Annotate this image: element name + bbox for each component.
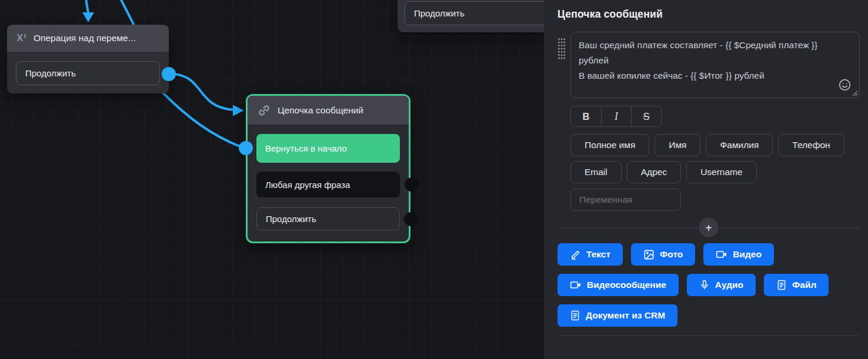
chain-any-phrase-button[interactable]: Любая другая фраза <box>256 172 400 197</box>
edge-incoming-diagonal <box>119 0 133 24</box>
side-panel: Цепочка сообщений Ваш средний платеж сос… <box>544 0 868 359</box>
video-camera-icon <box>716 249 727 260</box>
variable-search-input[interactable] <box>570 189 681 211</box>
node-message-chain-header[interactable]: Цепочка сообщений <box>248 96 409 125</box>
attach-video-message-button[interactable]: Видеосообщение <box>557 274 679 296</box>
flow-canvas[interactable]: Продолжить X¹ Операция над переме... Про… <box>0 0 544 359</box>
chain-any-phrase-label: Любая другая фраза <box>265 180 350 190</box>
attach-crm-document-button[interactable]: Документ из CRM <box>557 304 677 327</box>
edge-incoming-top <box>86 0 88 13</box>
operation-continue-label: Продолжить <box>25 68 76 78</box>
variable-chip-last-name[interactable]: Фамилия <box>706 134 773 156</box>
emoji-picker-button[interactable] <box>838 78 852 92</box>
video-message-icon <box>570 279 582 291</box>
chain-start-input-port[interactable] <box>239 141 253 155</box>
add-block-divider: + <box>557 218 860 237</box>
node-variable-operation[interactable]: X¹ Операция над переме... Продолжить <box>7 25 169 93</box>
attach-audio-label: Аудио <box>715 280 743 290</box>
variable-chip-address[interactable]: Адрес <box>627 161 681 183</box>
attach-crm-document-label: Документ из CRM <box>586 310 665 321</box>
bold-button[interactable]: B <box>571 106 601 126</box>
variable-chip-email[interactable]: Email <box>570 161 622 183</box>
edge-to-chain-start <box>163 93 241 147</box>
attach-photo-button[interactable]: Фото <box>631 243 695 266</box>
edge-continue-to-chain <box>174 74 234 110</box>
operation-continue-button[interactable]: Продолжить <box>16 61 160 85</box>
node-variable-operation-body: Продолжить <box>7 52 169 93</box>
attach-text-label: Текст <box>586 249 610 260</box>
pencil-icon <box>570 249 581 260</box>
chain-continue-label: Продолжить <box>266 214 316 224</box>
chain-continue-output-port[interactable] <box>404 212 418 226</box>
file-icon <box>776 280 787 290</box>
bottom-divider <box>557 335 860 336</box>
node-variable-operation-header[interactable]: X¹ Операция над переме... <box>7 25 169 52</box>
attach-video-message-label: Видеосообщение <box>587 280 666 290</box>
attach-text-button[interactable]: Текст <box>557 243 623 266</box>
resize-handle-icon[interactable] <box>852 90 858 96</box>
node-variable-operation-title: Операция над переме... <box>34 33 136 43</box>
panel-title: Цепочка сообщений <box>557 8 860 21</box>
any-phrase-output-port[interactable] <box>405 177 419 192</box>
arrowhead-right-icon <box>233 105 244 116</box>
arrowhead-down-icon <box>82 12 94 22</box>
photo-icon <box>643 249 655 260</box>
operation-continue-output-port[interactable] <box>162 67 176 81</box>
variable-chips: Полное имя Имя Фамилия Телефон Email Адр… <box>570 134 854 183</box>
strikethrough-button[interactable]: S <box>631 106 661 126</box>
node-top-continue-button[interactable]: Продолжить <box>405 1 544 25</box>
chain-continue-button[interactable]: Продолжить <box>256 207 400 230</box>
attachment-buttons: Текст Фото <box>557 243 860 327</box>
italic-button[interactable]: I <box>601 106 631 126</box>
node-message-chain-title: Цепочка сообщений <box>278 105 363 116</box>
add-block-button[interactable]: + <box>699 218 719 237</box>
attach-photo-label: Фото <box>660 249 683 260</box>
attach-video-label: Видео <box>733 249 762 260</box>
message-block: Ваш средний платеж составляет - {{ $Сред… <box>557 32 860 98</box>
text-format-toolbar: B I S <box>570 106 662 127</box>
variable-chip-username[interactable]: Username <box>686 161 757 183</box>
message-text: Ваш средний платеж составляет - {{ $Сред… <box>579 38 836 83</box>
variable-chip-full-name[interactable]: Полное имя <box>570 134 649 156</box>
chain-start-button[interactable]: Вернуться в начало <box>256 134 400 163</box>
node-top-partial[interactable]: Продолжить <box>398 0 544 32</box>
attach-file-button[interactable]: Файл <box>764 274 829 296</box>
node-top-continue-label: Продолжить <box>414 8 465 18</box>
message-textarea[interactable]: Ваш средний платеж составляет - {{ $Сред… <box>570 32 860 98</box>
variable-operation-icon: X¹ <box>16 32 27 44</box>
node-message-chain[interactable]: Цепочка сообщений Вернуться в начало Люб… <box>246 94 410 243</box>
attach-audio-button[interactable]: Аудио <box>687 274 756 296</box>
chain-link-icon <box>257 103 271 118</box>
node-message-chain-body: Вернуться в начало Любая другая фраза Пр… <box>248 125 409 241</box>
drag-handle[interactable] <box>557 38 566 60</box>
variable-chip-phone[interactable]: Телефон <box>778 134 844 156</box>
document-icon <box>570 310 580 321</box>
chain-start-label: Вернуться в начало <box>265 143 347 153</box>
microphone-icon <box>699 280 710 290</box>
attach-video-button[interactable]: Видео <box>703 243 774 266</box>
attach-file-label: Файл <box>792 280 816 290</box>
variable-chip-first-name[interactable]: Имя <box>655 134 700 156</box>
